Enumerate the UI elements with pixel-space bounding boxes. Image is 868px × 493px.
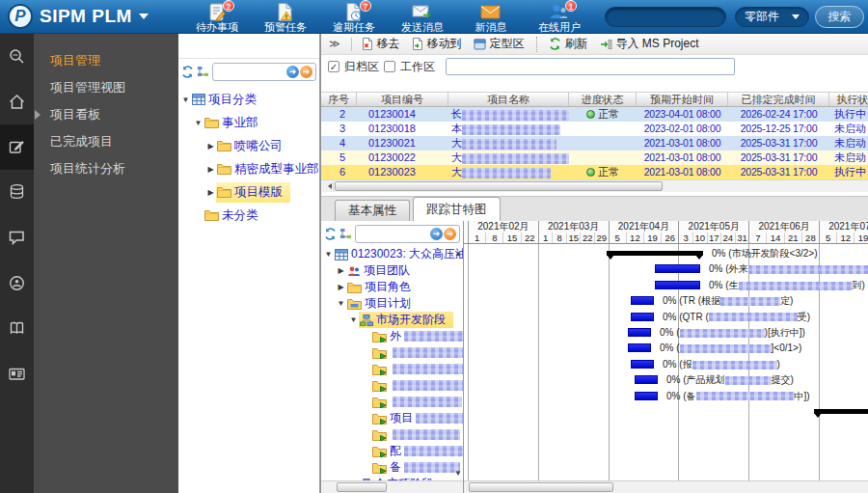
gantt-tree-node[interactable]: ▼01230023: 大众高压油泵 [321, 246, 463, 262]
global-search-input[interactable] [605, 7, 726, 27]
topnav-item-0[interactable]: 2待办事项 [189, 1, 245, 34]
gantt-task-bar[interactable] [631, 313, 654, 321]
rail-item-5[interactable] [0, 260, 34, 306]
search-next-icon[interactable]: ➜ [430, 228, 443, 240]
gantt-task-bar[interactable] [631, 296, 654, 305]
column-header[interactable]: 执行状态 [829, 93, 868, 106]
scrollbar-thumb[interactable] [469, 482, 613, 492]
collapse-icon[interactable]: ▼ [323, 250, 334, 259]
gantt-tree-node[interactable] [321, 426, 463, 443]
category-tree-node[interactable]: ▶精密成型事业部 [178, 157, 319, 180]
gantt-tree-node[interactable]: ▼市场开发阶段 [321, 312, 463, 328]
topnav-item-4[interactable]: 新消息 [463, 1, 519, 34]
gantt-summary-bar[interactable] [814, 409, 868, 414]
topnav-item-1[interactable]: 预警任务 [258, 1, 313, 34]
topnav-item-5[interactable]: 1在线用户 [531, 1, 587, 34]
table-row[interactable]: 401230021大2021-03-01 08:002025-03-31 17:… [321, 136, 868, 151]
table-row[interactable]: 301230018本2023-02-01 08:002025-12-25 17:… [321, 122, 868, 136]
gantt-tree-node[interactable] [321, 377, 463, 394]
table-row[interactable]: 601230023大正常2021-03-01 08:002025-03-31 1… [321, 165, 868, 179]
filter-input[interactable] [446, 58, 735, 75]
gantt-tree-node[interactable]: 备 [321, 459, 463, 476]
gantt-task-bar[interactable] [655, 281, 700, 289]
category-search-input[interactable] [213, 65, 286, 79]
scrollbar-thumb[interactable] [337, 482, 387, 492]
gantt-tree-node[interactable]: ▶项目团队 [321, 262, 463, 279]
gantt-task-bar[interactable] [635, 392, 658, 400]
tree-view-icon[interactable] [197, 66, 209, 77]
sidebar-item-4[interactable]: 项目统计分析 [34, 155, 178, 182]
sidebar-item-1[interactable]: 项目管理视图 [34, 74, 178, 101]
gantt-tree-node[interactable]: ▶项目角色 [321, 279, 463, 295]
rail-item-6[interactable] [0, 306, 34, 351]
gantt-tree-node[interactable] [321, 344, 463, 361]
toolbar-button-刷新[interactable]: 刷新 [543, 35, 594, 54]
gantt-task-bar[interactable] [628, 343, 651, 352]
sidebar-item-3[interactable]: 已完成项目 [34, 128, 178, 155]
sidebar-item-0[interactable]: 项目管理 [34, 47, 178, 74]
collapse-icon[interactable]: ▼ [180, 96, 191, 104]
search-category-dropdown[interactable]: 零部件 [735, 7, 809, 27]
table-row[interactable]: 201230014长正常2023-04-01 08:002026-02-24 1… [321, 107, 868, 122]
category-tree-node[interactable]: ▶喷嘴公司 [178, 134, 319, 157]
gantt-task-bar[interactable] [631, 360, 654, 369]
tab-0[interactable]: 基本属性 [335, 200, 410, 221]
gantt-tree-node[interactable]: 配 [321, 443, 463, 459]
collapse-icon[interactable]: ▼ [348, 315, 359, 324]
rail-item-7[interactable] [0, 351, 34, 397]
expand-icon[interactable]: ▶ [336, 283, 346, 291]
toolbar-button-移动到[interactable]: 移动到 [406, 35, 468, 54]
app-logo[interactable]: P SIPM PLM [8, 4, 149, 29]
gantt-tree-node[interactable]: 项目 [321, 410, 463, 426]
search-button[interactable]: 搜索 [815, 6, 864, 28]
refresh-icon[interactable] [324, 228, 337, 240]
collapse-icon[interactable]: ▼ [193, 119, 203, 127]
search-prev-icon[interactable]: ➜ [300, 66, 312, 78]
rail-item-3[interactable] [0, 170, 34, 215]
refresh-icon[interactable] [181, 66, 194, 78]
toolbar-button-移去[interactable]: 移去 [356, 35, 406, 54]
gantt-task-bar[interactable] [635, 375, 658, 384]
panel-expand-arrow-icon[interactable] [35, 110, 45, 120]
tree-view-icon[interactable] [339, 228, 352, 239]
scroll-up-icon[interactable]: ▲ [454, 249, 462, 258]
column-header[interactable]: 进度状态 [569, 93, 637, 106]
gantt-task-bar[interactable] [655, 264, 700, 273]
rail-item-1[interactable] [0, 79, 34, 124]
category-tree-node[interactable]: ▶项目模版 [178, 180, 319, 204]
gantt-search-input[interactable] [356, 227, 430, 241]
collapse-panel-icon[interactable]: ≫ [329, 38, 340, 50]
rail-item-2[interactable] [0, 124, 34, 170]
sidebar-item-2[interactable]: 项目看板 [34, 101, 178, 128]
gantt-summary-bar[interactable] [607, 251, 703, 256]
column-header[interactable]: 预期开始时间 [637, 93, 728, 106]
scroll-down-icon[interactable]: ▼ [454, 469, 462, 478]
expand-icon[interactable]: ▶ [205, 188, 216, 197]
column-header[interactable]: 已排定完成时间 [728, 93, 829, 106]
gantt-tree-node[interactable] [321, 394, 463, 410]
search-prev-icon[interactable]: ➜ [444, 228, 456, 240]
app-menu-caret-icon[interactable] [139, 14, 149, 24]
scroll-left-icon[interactable] [321, 180, 334, 192]
gantt-task-bar[interactable] [628, 328, 651, 337]
toolbar-button-导入 MS Project[interactable]: 导入 MS Project [594, 35, 705, 54]
column-header[interactable]: 序号 [321, 93, 357, 106]
expand-icon[interactable]: ▶ [205, 165, 216, 174]
tab-1[interactable]: 跟踪甘特图 [413, 197, 501, 221]
topnav-item-2[interactable]: 7逾期任务 [326, 1, 382, 34]
column-header[interactable]: 项目编号 [357, 93, 448, 106]
toolbar-button-定型区[interactable]: 定型区 [468, 35, 530, 54]
gantt-tree-node[interactable] [321, 361, 463, 377]
category-tree-node[interactable]: 未分类 [178, 204, 319, 227]
search-next-icon[interactable]: ➜ [286, 66, 299, 78]
filter-checkbox-1[interactable] [384, 61, 395, 72]
rail-item-4[interactable] [0, 215, 34, 260]
column-header[interactable]: 项目名称 [448, 93, 569, 106]
scrollbar-thumb[interactable] [335, 181, 663, 191]
collapse-icon[interactable]: ▼ [336, 299, 346, 308]
gantt-tree-node[interactable]: ▼项目计划 [321, 295, 463, 312]
topnav-item-3[interactable]: 发送消息 [394, 1, 450, 34]
expand-icon[interactable]: ▶ [205, 142, 216, 151]
rail-item-0[interactable] [0, 34, 34, 79]
table-row[interactable]: 501230022大2021-03-01 08:002025-03-31 17:… [321, 151, 868, 165]
